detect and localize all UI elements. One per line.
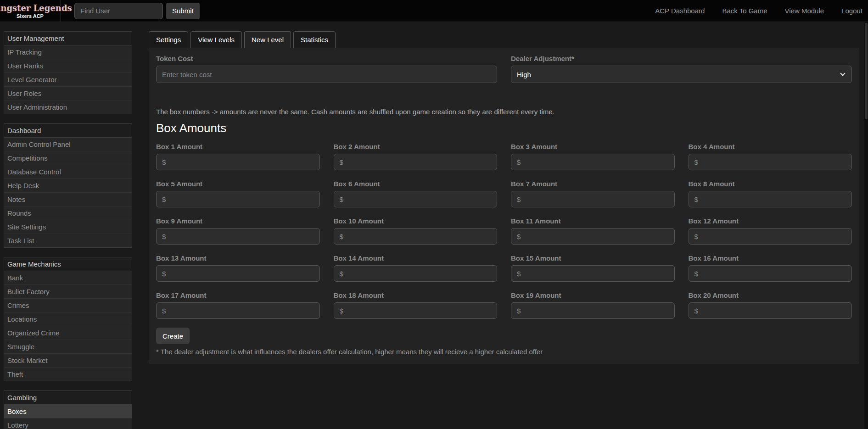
tab[interactable]: View Levels bbox=[190, 31, 242, 48]
box-amount-input[interactable] bbox=[511, 191, 675, 207]
box-amount-input[interactable] bbox=[156, 154, 320, 170]
sidebar-item[interactable]: Rounds bbox=[4, 206, 132, 220]
sidebar-item[interactable]: Crimes bbox=[4, 299, 132, 312]
box-amount-group: Box 8 Amount bbox=[689, 180, 852, 207]
sidebar-item[interactable]: Smuggle bbox=[4, 340, 132, 354]
box-amount-input[interactable] bbox=[156, 191, 320, 207]
spacer bbox=[156, 83, 852, 108]
sidebar-item[interactable]: Bullet Factory bbox=[4, 285, 132, 299]
sidebar-item[interactable]: Stock Market bbox=[4, 354, 132, 368]
box-amount-input[interactable] bbox=[689, 191, 852, 207]
token-cost-input[interactable] bbox=[156, 66, 497, 83]
sidebar-item[interactable]: Boxes bbox=[4, 405, 132, 418]
sidebar-item[interactable]: Lottery bbox=[4, 418, 132, 429]
box-amount-label: Box 2 Amount bbox=[334, 143, 498, 150]
box-amount-input[interactable] bbox=[334, 228, 498, 245]
shuffle-note: The box numbers -> amounts are never the… bbox=[156, 108, 852, 116]
box-amount-group: Box 13 Amount bbox=[156, 254, 320, 282]
sidebar-item[interactable]: Site Settings bbox=[4, 220, 132, 234]
box-amount-label: Box 6 Amount bbox=[334, 180, 498, 188]
box-amount-input[interactable] bbox=[689, 265, 852, 282]
scrollbar-thumb[interactable] bbox=[865, 23, 868, 119]
topbar-link[interactable]: ACP Dashboard bbox=[655, 7, 705, 15]
box-amount-input[interactable] bbox=[334, 265, 498, 282]
box-amount-group: Box 11 Amount bbox=[511, 217, 675, 245]
submit-button[interactable]: Submit bbox=[166, 3, 200, 19]
tab[interactable]: Settings bbox=[149, 31, 188, 48]
box-amount-group: Box 17 Amount bbox=[156, 291, 320, 319]
logo-title: Gangster Legends bbox=[0, 4, 72, 12]
top-form-row: Token Cost Dealer Adjustment* High bbox=[156, 55, 852, 83]
box-amount-input[interactable] bbox=[511, 265, 675, 282]
box-amount-group: Box 5 Amount bbox=[156, 180, 320, 207]
box-amount-label: Box 5 Amount bbox=[156, 180, 320, 188]
dealer-adjustment-footnote: * The dealer adjustment is what influenc… bbox=[156, 348, 852, 356]
sidebar-item[interactable]: Organized Crime bbox=[4, 326, 132, 340]
sidebar-section-user-management: User Management IP Tracking User Ranks L… bbox=[4, 31, 132, 114]
box-amount-group: Box 18 Amount bbox=[334, 291, 498, 319]
sidebar-item[interactable]: Database Control bbox=[4, 165, 132, 179]
sidebar-item[interactable]: Bank bbox=[4, 271, 132, 285]
dealer-adjustment-select[interactable]: High bbox=[511, 66, 852, 83]
box-amount-group: Box 4 Amount bbox=[689, 143, 852, 170]
box-amount-input[interactable] bbox=[334, 191, 498, 207]
box-amount-label: Box 17 Amount bbox=[156, 291, 320, 299]
box-amount-group: Box 16 Amount bbox=[689, 254, 852, 282]
sidebar-item[interactable]: Theft bbox=[4, 368, 132, 381]
box-amount-input[interactable] bbox=[689, 228, 852, 245]
sidebar-item[interactable]: Admin Control Panel bbox=[4, 138, 132, 151]
sidebar: User Management IP Tracking User Ranks L… bbox=[0, 22, 138, 429]
sidebar-header-dashboard: Dashboard bbox=[4, 124, 132, 138]
sidebar-item[interactable]: Level Generator bbox=[4, 73, 132, 87]
find-user-input[interactable] bbox=[74, 3, 163, 19]
box-amount-input[interactable] bbox=[511, 228, 675, 245]
page-scrollbar bbox=[864, 22, 868, 429]
new-level-panel: Token Cost Dealer Adjustment* High The b… bbox=[149, 48, 859, 363]
box-amount-input[interactable] bbox=[334, 302, 498, 319]
tab[interactable]: Statistics bbox=[293, 31, 336, 48]
sidebar-header-gambling: Gambling bbox=[4, 391, 132, 405]
box-amount-label: Box 19 Amount bbox=[511, 291, 675, 299]
box-amount-group: Box 6 Amount bbox=[334, 180, 498, 207]
sidebar-item[interactable]: Locations bbox=[4, 312, 132, 326]
box-amount-label: Box 12 Amount bbox=[689, 217, 852, 225]
sidebar-item[interactable]: User Roles bbox=[4, 87, 132, 100]
box-amount-group: Box 20 Amount bbox=[689, 291, 852, 319]
box-amount-input[interactable] bbox=[334, 154, 498, 170]
sidebar-item[interactable]: Task List bbox=[4, 234, 132, 247]
box-amount-group: Box 9 Amount bbox=[156, 217, 320, 245]
box-amount-input[interactable] bbox=[511, 154, 675, 170]
box-amount-input[interactable] bbox=[689, 302, 852, 319]
box-amount-input[interactable] bbox=[156, 265, 320, 282]
box-amount-label: Box 14 Amount bbox=[334, 254, 498, 262]
logo[interactable]: Gangster Legends Sixers ACP bbox=[0, 0, 61, 22]
box-amount-group: Box 3 Amount bbox=[511, 143, 675, 170]
sidebar-item[interactable]: Competitions bbox=[4, 151, 132, 165]
box-amount-label: Box 10 Amount bbox=[334, 217, 498, 225]
box-amount-label: Box 15 Amount bbox=[511, 254, 675, 262]
box-amount-group: Box 10 Amount bbox=[334, 217, 498, 245]
topbar-link[interactable]: Logout bbox=[841, 7, 862, 15]
box-amount-label: Box 8 Amount bbox=[689, 180, 852, 188]
token-cost-group: Token Cost bbox=[156, 55, 504, 83]
sidebar-item[interactable]: User Ranks bbox=[4, 59, 132, 73]
tab-bar: Settings View Levels New Level Statistic… bbox=[149, 31, 859, 48]
box-amount-input[interactable] bbox=[689, 154, 852, 170]
sidebar-item[interactable]: User Administration bbox=[4, 100, 132, 114]
token-cost-label: Token Cost bbox=[156, 55, 497, 62]
box-amount-label: Box 18 Amount bbox=[334, 291, 498, 299]
box-amount-input[interactable] bbox=[156, 302, 320, 319]
box-amount-input[interactable] bbox=[156, 228, 320, 245]
create-button[interactable]: Create bbox=[156, 328, 190, 344]
acp-page: Gangster Legends Sixers ACP Submit ACP D… bbox=[0, 0, 868, 429]
box-amount-input[interactable] bbox=[511, 302, 675, 319]
tab[interactable]: New Level bbox=[244, 31, 291, 48]
box-amount-label: Box 11 Amount bbox=[511, 217, 675, 225]
sidebar-item[interactable]: IP Tracking bbox=[4, 45, 132, 59]
topbar-link[interactable]: Back To Game bbox=[722, 7, 767, 15]
box-amounts-title: Box Amounts bbox=[156, 121, 852, 135]
sidebar-item[interactable]: Notes bbox=[4, 193, 132, 206]
box-amount-group: Box 2 Amount bbox=[334, 143, 498, 170]
sidebar-item[interactable]: Help Desk bbox=[4, 179, 132, 193]
topbar-link[interactable]: View Module bbox=[785, 7, 824, 15]
